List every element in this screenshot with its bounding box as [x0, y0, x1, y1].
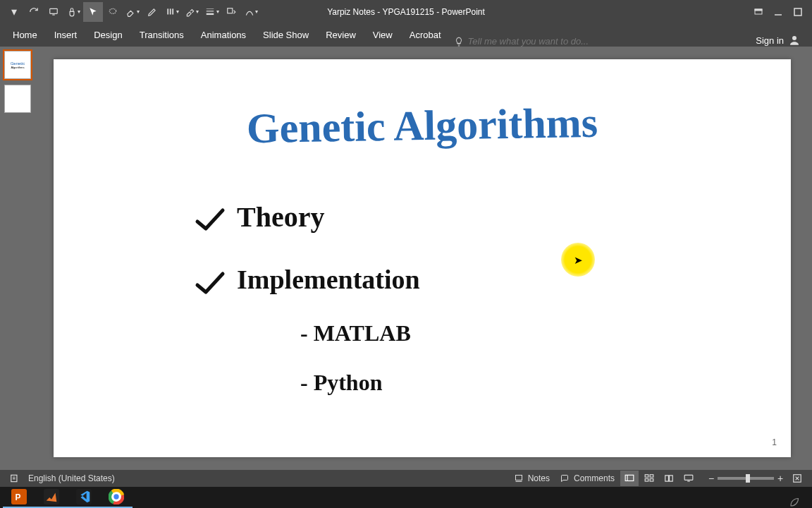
sign-in-link[interactable]: Sign in — [749, 34, 808, 47]
svg-text:P: P — [16, 492, 21, 502]
subtopic-matlab: - MATLAB — [300, 320, 411, 346]
slide[interactable]: Genetic Algorithms Theory Implementation… — [54, 59, 791, 457]
svg-point-35 — [113, 494, 118, 499]
subtopic-python: - Python — [300, 370, 382, 396]
svg-rect-16 — [515, 476, 522, 480]
reading-view-icon[interactable] — [660, 471, 678, 486]
notes-toggle[interactable]: Notes — [510, 473, 554, 483]
tab-acrobat[interactable]: Acrobat — [401, 23, 450, 47]
taskbar-chrome-icon[interactable] — [100, 487, 133, 508]
slide-page-number: 1 — [772, 437, 777, 447]
slide-thumbnail-panel: Genetic Algorithms — [0, 47, 32, 470]
lightbulb-icon — [454, 37, 464, 47]
fit-to-window-icon[interactable] — [788, 471, 806, 486]
tab-slide-show[interactable]: Slide Show — [254, 23, 317, 47]
slide-canvas-area: Genetic Algorithms Theory Implementation… — [32, 47, 812, 470]
svg-rect-13 — [794, 8, 801, 16]
taskbar: P — [0, 487, 812, 508]
slide-title: Genetic Algorithms — [246, 99, 598, 154]
ribbon-tabs: Home Insert Design Transitions Animation… — [0, 23, 812, 47]
tab-home[interactable]: Home — [4, 23, 46, 47]
svg-rect-20 — [645, 475, 648, 478]
zoom-slider[interactable] — [718, 477, 774, 480]
cursor-select-icon[interactable] — [83, 2, 103, 22]
workspace: Genetic Algorithms Genetic Algorithms Th… — [0, 47, 812, 470]
notes-label: Notes — [528, 473, 550, 483]
user-icon — [788, 34, 801, 47]
spellcheck-icon[interactable] — [6, 473, 24, 483]
svg-rect-8 — [206, 13, 214, 14]
tell-me[interactable] — [454, 36, 623, 47]
taskbar-powerpoint-icon[interactable]: P — [3, 487, 35, 508]
tab-transitions[interactable]: Transitions — [131, 23, 192, 47]
svg-point-14 — [792, 36, 796, 40]
qat-dropdown-icon[interactable]: ▾ — [4, 2, 24, 22]
svg-rect-1 — [52, 14, 55, 15]
topic-theory: Theory — [237, 200, 324, 234]
svg-rect-0 — [50, 8, 58, 13]
svg-rect-3 — [167, 8, 168, 14]
ink-to-math-icon[interactable]: ▾ — [241, 2, 261, 22]
minimize-icon[interactable] — [768, 2, 788, 22]
system-tray[interactable] — [781, 495, 809, 508]
slide-thumbnail-2[interactable] — [4, 85, 31, 113]
svg-rect-18 — [625, 475, 634, 480]
svg-rect-23 — [650, 479, 653, 482]
tab-review[interactable]: Review — [317, 23, 364, 47]
tab-insert[interactable]: Insert — [46, 23, 86, 47]
svg-rect-7 — [206, 11, 214, 11]
maximize-icon[interactable] — [788, 2, 808, 22]
checkmark-icon — [195, 207, 226, 233]
line-weight-icon[interactable]: ▾ — [202, 2, 221, 22]
pen-icon[interactable] — [142, 2, 162, 22]
sign-in-label: Sign in — [756, 35, 784, 46]
touch-mode-icon[interactable]: ▾ — [63, 2, 83, 22]
slide-thumbnail-1[interactable]: Genetic Algorithms — [4, 51, 31, 79]
eraser-icon[interactable]: ▾ — [123, 2, 142, 22]
redo-icon[interactable] — [24, 2, 44, 22]
svg-rect-9 — [228, 8, 233, 13]
svg-rect-29 — [44, 489, 59, 504]
language-indicator[interactable]: English (United States) — [24, 473, 119, 483]
thumb1-line2: Algorithms — [11, 66, 25, 69]
svg-rect-25 — [687, 481, 690, 482]
zoom-slider-knob[interactable] — [746, 474, 750, 483]
svg-rect-21 — [650, 475, 653, 478]
svg-rect-4 — [169, 8, 171, 14]
ribbon-display-icon[interactable] — [749, 2, 768, 22]
checkmark-icon — [195, 271, 226, 296]
comments-label: Comments — [574, 473, 615, 483]
svg-point-2 — [109, 8, 116, 13]
cursor-icon: ➤ — [574, 254, 583, 267]
quick-access-toolbar: ▾ ▾ ▾ ▾ ▾ ▾ ▾ Yarpiz Notes - YPGA191215 … — [0, 0, 812, 23]
svg-rect-22 — [645, 479, 648, 482]
pen-style-icon[interactable]: ▾ — [162, 2, 182, 22]
normal-view-icon[interactable] — [620, 471, 639, 486]
comments-toggle[interactable]: Comments — [555, 473, 619, 483]
start-from-beginning-icon[interactable] — [44, 2, 63, 22]
comments-icon — [560, 474, 570, 483]
svg-rect-5 — [172, 8, 173, 14]
zoom-in-button[interactable]: + — [774, 473, 787, 484]
convert-ink-icon[interactable] — [221, 2, 241, 22]
svg-rect-6 — [206, 8, 214, 9]
taskbar-vscode-icon[interactable] — [68, 487, 100, 508]
svg-rect-11 — [755, 9, 762, 11]
lasso-select-icon[interactable] — [103, 2, 123, 22]
highlighter-icon[interactable]: ▾ — [182, 2, 202, 22]
status-bar: English (United States) Notes Comments −… — [0, 470, 812, 487]
notes-icon — [514, 474, 524, 483]
topic-implementation: Implementation — [237, 264, 420, 295]
zoom-control: − + — [705, 473, 787, 484]
tab-animations[interactable]: Animations — [192, 23, 254, 47]
tab-design[interactable]: Design — [85, 23, 130, 47]
tell-me-input[interactable] — [468, 36, 623, 47]
taskbar-matlab-icon[interactable] — [35, 487, 68, 508]
slide-sorter-view-icon[interactable] — [640, 471, 658, 486]
tray-leaf-icon — [788, 495, 802, 508]
svg-rect-24 — [684, 475, 693, 480]
tab-view[interactable]: View — [364, 23, 401, 47]
zoom-out-button[interactable]: − — [705, 473, 718, 484]
slideshow-view-icon[interactable] — [679, 471, 698, 486]
